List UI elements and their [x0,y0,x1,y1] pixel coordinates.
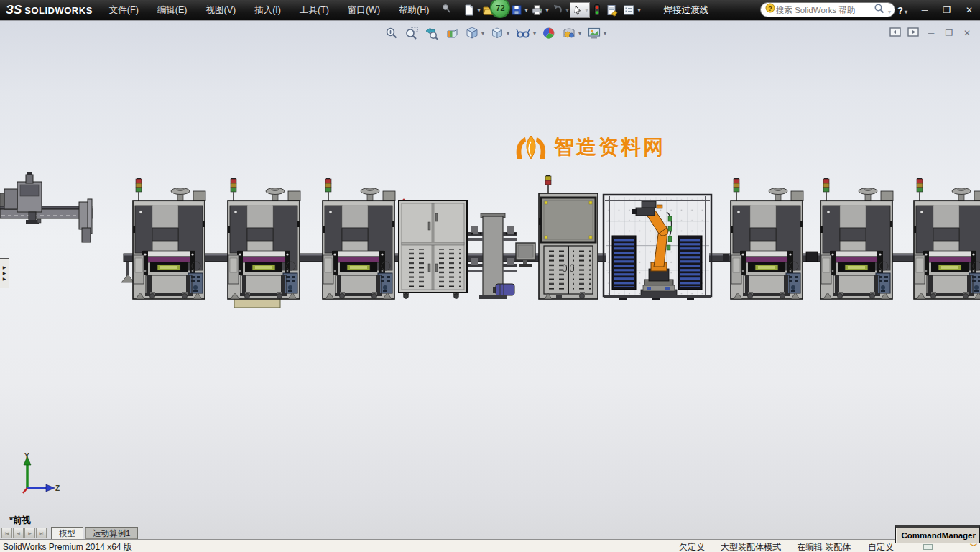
robot-cell[interactable] [604,195,711,300]
coordinate-triad: Y Z [16,452,60,498]
doc-minimize-button[interactable]: ─ [925,28,937,38]
view-orientation-icon[interactable] [463,24,486,42]
tab-first-button[interactable]: |◀ [1,528,12,538]
press-machine-4[interactable] [731,178,803,299]
inspection-machine[interactable] [539,175,598,299]
tab-motion-study[interactable]: 运动算例1 [85,527,138,539]
menu-edit[interactable]: 编辑(E) [148,1,197,20]
menu-help[interactable]: 帮助(H) [389,1,438,20]
edit-appearance-icon[interactable] [540,24,558,42]
status-underdefined: 欠定义 [679,541,705,552]
document-window-controls: ─ ❐ ✕ [889,27,973,40]
status-items: 欠定义 大型装配体模式 在编辑 装配体 [679,541,851,552]
close-button[interactable]: ✕ [963,5,976,15]
graphics-viewport[interactable]: ─ ❐ ✕ 智造资料网 Y Z ▶▶▶ *前视 |◀ ◀ ▶ ▶| [0,20,980,539]
select-tool-button[interactable] [570,2,590,18]
search-icon[interactable] [874,3,885,17]
section-view-icon[interactable] [443,24,461,42]
menu-file[interactable]: 文件(F) [100,1,148,20]
status-customize[interactable]: 自定义 [868,541,894,552]
display-style-icon[interactable] [488,24,512,42]
status-editing-assembly: 在编辑 装配体 [797,541,851,552]
window-controls: ? ─ ❐ ✕ [896,0,976,20]
notification-badge: 72 [490,0,510,18]
zoom-to-fit-icon[interactable] [382,24,401,42]
file-properties-button[interactable] [604,1,621,19]
status-pane-icon[interactable] [923,544,933,550]
press-machine-3[interactable] [323,178,395,299]
view-settings-icon[interactable] [585,24,609,42]
doc-close-button[interactable]: ✕ [961,28,973,38]
rebuild-button[interactable] [590,1,604,19]
undo-button[interactable] [550,1,570,19]
press-machine-1[interactable] [133,178,205,299]
menu-insert[interactable]: 插入(I) [245,1,290,20]
press-machine-2[interactable] [228,178,300,299]
tab-last-button[interactable]: ▶| [36,528,47,538]
status-large-assembly-mode: 大型装配体模式 [721,541,781,552]
new-document-button[interactable] [461,1,481,19]
save-button[interactable] [509,1,529,19]
heads-up-view-toolbar [382,24,609,42]
menu-view[interactable]: 视图(V) [196,1,245,20]
triad-z-label: Z [55,484,60,492]
electrical-cabinet[interactable] [399,199,467,299]
tab-nav-buttons: |◀ ◀ ▶ ▶| [1,528,47,538]
model-tab-strip: |◀ ◀ ▶ ▶| 模型 运动算例1 [0,525,980,539]
search-dropdown-icon[interactable] [887,4,891,17]
menu-bar: 文件(F) 编辑(E) 视图(V) 插入(I) 工具(T) 窗口(W) 帮助(H… [100,1,455,20]
tab-prev-button[interactable]: ◀ [13,528,24,538]
triad-y-label: Y [24,452,29,460]
tab-model[interactable]: 模型 [51,527,83,539]
logo-text: SOLIDWORKS [24,5,93,16]
press-machine-6[interactable] [914,178,980,299]
logo-glyph: ЗS [6,3,22,17]
minimize-button[interactable]: ─ [918,5,931,15]
document-title: 焊接过渡线 [632,0,740,20]
help-search-box: ? [760,2,895,17]
hide-show-items-icon[interactable] [513,24,538,42]
restore-button[interactable]: ❐ [940,5,953,15]
print-button[interactable] [529,1,550,19]
watermark-text: 智造资料网 [554,134,665,161]
previous-view-icon[interactable] [422,24,441,42]
menu-tools[interactable]: 工具(T) [290,1,338,20]
doc-restore-button[interactable]: ❐ [943,28,955,38]
status-product-label: SolidWorks Premium 2014 x64 版 [3,541,132,552]
feature-tree-flyout[interactable]: ▶▶▶ [0,258,9,288]
help-button[interactable]: ? [896,5,909,16]
gantry-loader[interactable] [0,172,92,242]
status-bar: SolidWorks Premium 2014 x64 版 欠定义 大型装配体模… [0,539,980,552]
display-pane-icon[interactable] [907,27,919,40]
apply-scene-icon[interactable] [560,24,583,42]
monitor[interactable] [516,243,535,267]
pin-menu-icon[interactable] [441,4,451,17]
feature-pane-icon[interactable] [889,27,901,40]
solidworks-logo: ЗS SOLIDWORKS [0,3,100,17]
quick-access-toolbar: 72 [461,1,642,19]
magazine-cabinet-left[interactable] [612,236,636,290]
assembly-scene[interactable] [0,21,980,540]
menu-window[interactable]: 窗口(W) [338,1,389,20]
zoom-to-area-icon[interactable] [402,24,421,42]
svg-text:?: ? [768,4,772,12]
watermark-logo-icon [514,133,547,162]
magazine-cabinet-right[interactable] [678,236,702,290]
title-bar: ЗS SOLIDWORKS 文件(F) 编辑(E) 视图(V) 插入(I) 工具… [0,0,980,20]
tab-next-button[interactable]: ▶ [24,528,35,538]
help-balloon-icon: ? [764,3,776,17]
search-input[interactable] [776,6,874,14]
command-manager-box[interactable]: CommandManager [895,525,980,543]
watermark: 智造资料网 [514,133,665,162]
press-machine-5[interactable] [820,178,893,299]
